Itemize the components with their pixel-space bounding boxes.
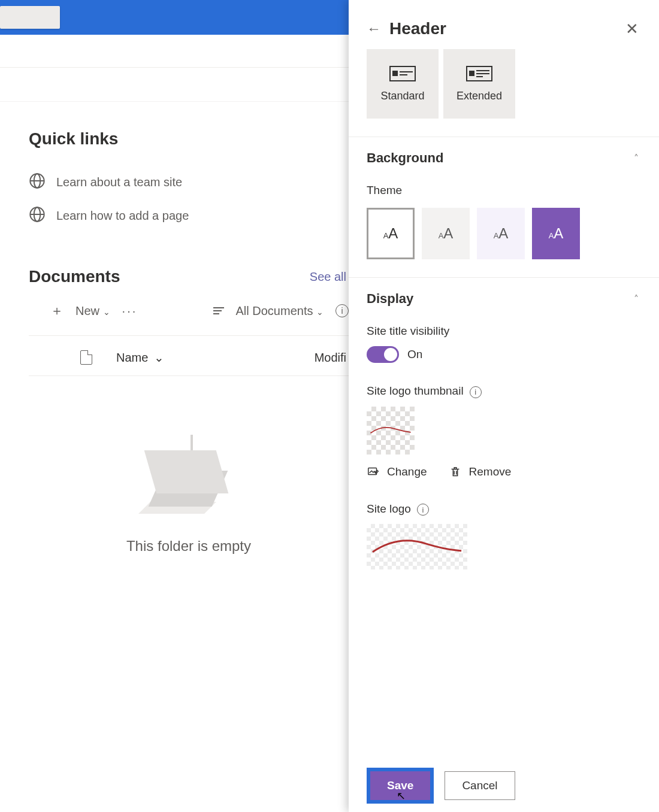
column-modified-header[interactable]: Modifi <box>315 351 346 365</box>
close-icon[interactable]: ✕ <box>625 20 639 38</box>
cursor-icon: ↖ <box>397 789 406 802</box>
panel-title: Header <box>389 19 446 38</box>
new-button[interactable]: New ⌄ <box>75 304 110 318</box>
site-logo-thumbnail-label: Site logo thumbnaili <box>349 380 659 407</box>
site-logo-preview <box>367 524 467 569</box>
theme-swatch-2[interactable]: AA <box>422 208 470 259</box>
page-content: Quick links Learn about a team site Lear… <box>0 102 349 555</box>
header-settings-panel: ← Header ✕ Standard Extended Background … <box>349 0 659 812</box>
panel-footer: Save ↖ Cancel <box>349 768 659 804</box>
table-header-row: Name ⌄ Modifi <box>29 336 349 376</box>
header-layout-options: Standard Extended <box>349 43 659 137</box>
quick-links-list: Learn about a team site Learn how to add… <box>29 165 349 232</box>
column-name-header[interactable]: Name ⌄ <box>116 350 164 365</box>
site-title-visibility-label: Site title visibility <box>349 307 659 346</box>
quick-link-item[interactable]: Learn how to add a page <box>29 199 349 232</box>
empty-state: This folder is empty <box>29 376 349 555</box>
globe-icon <box>29 172 46 192</box>
theme-swatch-1[interactable]: AA <box>367 208 415 259</box>
view-lines-icon <box>213 307 224 314</box>
display-section-header[interactable]: Display ˄ <box>349 278 659 307</box>
empty-folder-illustration <box>141 442 237 514</box>
theme-label: Theme <box>349 166 659 208</box>
picture-edit-icon <box>367 465 380 478</box>
chevron-down-icon: ⌄ <box>154 350 164 365</box>
info-icon[interactable]: i <box>417 504 429 516</box>
view-selector-button[interactable]: All Documents ⌄ <box>236 304 324 318</box>
save-button-highlight: Save ↖ <box>367 768 434 804</box>
theme-swatch-3[interactable]: AA <box>477 208 525 259</box>
chevron-down-icon: ⌄ <box>316 307 324 317</box>
car-logo-icon <box>370 538 464 556</box>
layout-card-label: Standard <box>380 90 424 102</box>
suite-bar-placeholder <box>0 6 60 29</box>
globe-icon <box>29 206 46 226</box>
plus-icon: ＋ <box>50 302 64 320</box>
trash-icon <box>449 465 462 478</box>
documents-toolbar: ＋ New ⌄ ··· All Documents ⌄ i <box>29 302 349 336</box>
file-type-icon <box>80 350 92 365</box>
site-logo-label: Site logoi <box>349 496 659 525</box>
chevron-down-icon: ⌄ <box>103 307 110 317</box>
quick-links-title: Quick links <box>29 129 349 149</box>
chevron-up-icon: ˄ <box>634 153 639 164</box>
documents-section: Documents See all ＋ New ⌄ ··· All Docume… <box>29 267 349 555</box>
layout-extended-card[interactable]: Extended <box>443 49 515 119</box>
info-icon[interactable]: i <box>335 304 349 317</box>
panel-header: ← Header ✕ <box>349 0 659 43</box>
empty-state-text: This folder is empty <box>29 538 349 555</box>
back-arrow-icon[interactable]: ← <box>367 20 381 37</box>
background-section-header[interactable]: Background ˄ <box>349 137 659 166</box>
layout-standard-card[interactable]: Standard <box>367 49 439 119</box>
quick-link-label: Learn how to add a page <box>56 209 189 223</box>
site-title-visibility-toggle[interactable] <box>367 346 399 363</box>
remove-thumbnail-button[interactable]: Remove <box>449 465 512 478</box>
see-all-link[interactable]: See all <box>310 270 346 284</box>
toggle-state-label: On <box>407 348 422 361</box>
theme-swatch-4[interactable]: AA <box>532 208 580 259</box>
change-thumbnail-button[interactable]: Change <box>367 465 427 478</box>
cancel-button[interactable]: Cancel <box>445 771 515 800</box>
quick-link-item[interactable]: Learn about a team site <box>29 165 349 199</box>
documents-title: Documents <box>29 267 120 286</box>
quick-link-label: Learn about a team site <box>56 175 182 189</box>
chevron-up-icon: ˄ <box>634 293 639 305</box>
standard-layout-icon <box>389 66 416 81</box>
theme-swatches: AA AA AA AA <box>349 208 659 277</box>
car-logo-icon <box>368 426 413 435</box>
layout-card-label: Extended <box>457 90 502 102</box>
extended-layout-icon <box>466 66 492 81</box>
more-actions-button[interactable]: ··· <box>122 304 138 318</box>
logo-thumbnail-preview <box>367 407 415 455</box>
info-icon[interactable]: i <box>470 386 482 398</box>
